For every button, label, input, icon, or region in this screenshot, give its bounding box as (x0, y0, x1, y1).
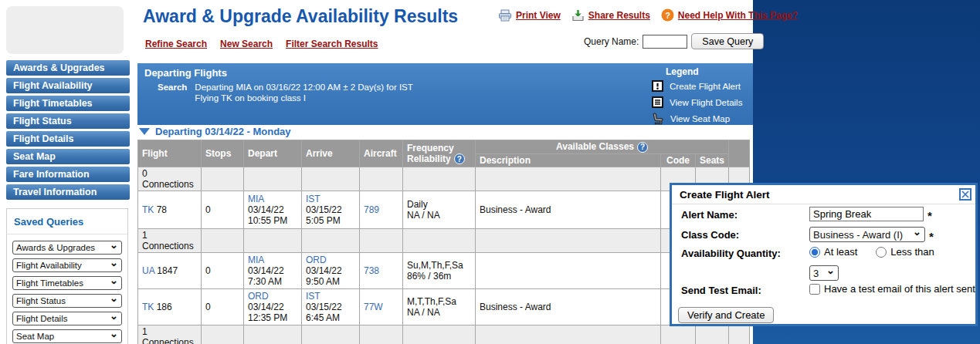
need-help-action[interactable]: ? Need Help With This Page? (661, 8, 798, 22)
sidebar-item-awards-upgrades[interactable]: Awards & Upgrades (6, 60, 130, 76)
col-header-seats: Seats (696, 153, 729, 167)
depart-time: 7:30 AM (248, 276, 282, 287)
saved-query-select-flight-availability[interactable]: Flight Availability (12, 258, 122, 272)
col-header-available-classes: Available Classes? (476, 140, 729, 154)
connection-group-row: 0 Connections (138, 167, 750, 191)
less-than-radio[interactable] (876, 247, 887, 258)
saved-query-select-flight-status[interactable]: Flight Status (12, 294, 122, 308)
legend-view-flight-details[interactable]: View Flight Details (652, 96, 742, 108)
dialog-title-separator (672, 204, 975, 204)
required-marker: * (929, 230, 934, 243)
saved-query-select-flight-details[interactable]: Flight Details (12, 312, 122, 325)
print-view-label[interactable]: Print View (516, 10, 561, 21)
legend-view-seat-map[interactable]: View Seat Map (652, 113, 742, 125)
flight-number: 78 (157, 204, 167, 215)
send-test-email-checkbox[interactable] (809, 284, 820, 295)
refine-search-link[interactable]: Refine Search (145, 39, 207, 49)
legend-view-flight-details-label[interactable]: View Flight Details (670, 98, 742, 107)
depart-city-link[interactable]: MIA (248, 255, 264, 265)
frequency-header-line2: Reliability (407, 153, 451, 164)
saved-query-dropdown-wrap: Flight Availability (12, 258, 122, 272)
depart-cell: MIA03/14/227:30 AM (244, 252, 302, 288)
arrive-date: 03/15/22 (306, 302, 342, 312)
sidebar-item-flight-timetables[interactable]: Flight Timetables (6, 96, 130, 111)
verify-and-create-button[interactable]: Verify and Create (678, 307, 774, 323)
aircraft-link[interactable]: 738 (364, 265, 379, 276)
sidebar-item-flight-availability[interactable]: Flight Availability (6, 78, 130, 93)
close-icon[interactable] (959, 188, 972, 201)
aircraft-cell: 789 (360, 191, 403, 228)
sidebar-item-travel-information[interactable]: Travel Information (6, 184, 130, 200)
depart-city-link[interactable]: ORD (248, 291, 269, 302)
legend-create-flight-alert-label[interactable]: Create Flight Alert (670, 82, 741, 91)
aircraft-link[interactable]: 789 (364, 204, 379, 215)
available-classes-help-icon[interactable]: ? (637, 142, 648, 153)
search-criteria-line1: Departing MIA on 03/16/22 12:00 AM ± 2 D… (195, 83, 412, 92)
filter-search-results-link[interactable]: Filter Search Results (286, 39, 378, 49)
saved-query-select-flight-timetables[interactable]: Flight Timetables (12, 276, 122, 290)
frequency-help-icon[interactable]: ? (454, 153, 465, 164)
save-query-button[interactable]: Save Query (691, 33, 764, 49)
create-flight-alert-dialog: Create Flight Alert Alert Name: * Class … (670, 183, 978, 326)
quantity-select[interactable]: 3 (809, 265, 839, 281)
saved-query-select-seat-map[interactable]: Seat Map (12, 329, 122, 343)
sidebar-item-flight-details[interactable]: Flight Details (6, 131, 130, 147)
availability-quantity-label: Availability Quantity: (681, 248, 781, 259)
search-criteria-label: Search (158, 82, 187, 103)
depart-date: 03/14/22 (248, 265, 284, 276)
share-results-action[interactable]: Share Results (571, 9, 650, 22)
search-links: Refine Search New Search Filter Search R… (145, 39, 378, 49)
sidebar-item-flight-status[interactable]: Flight Status (6, 113, 130, 129)
carrier-link[interactable]: TK (142, 302, 154, 312)
aircraft-link[interactable]: 77W (364, 302, 383, 312)
col-header-stops: Stops (202, 140, 244, 167)
logo-placeholder (6, 6, 124, 54)
at-least-label: At least (824, 246, 857, 258)
saved-query-select-awards-upgrades[interactable]: Awards & Upgrades (12, 241, 122, 255)
search-criteria-line2: Flying TK on booking class I (195, 93, 306, 103)
alert-name-input[interactable] (809, 207, 924, 221)
flight-cell: UA 1847 (138, 252, 202, 288)
new-search-link[interactable]: New Search (220, 39, 273, 49)
depart-time: 12:35 PM (248, 312, 287, 323)
carrier-link[interactable]: UA (142, 265, 154, 276)
at-least-radio[interactable] (809, 247, 820, 258)
legend-title: Legend (666, 66, 742, 77)
depart-time: 10:55 PM (248, 215, 287, 226)
reliability-value: 86% / 36m (407, 271, 451, 282)
description-cell (476, 252, 661, 288)
legend-view-seat-map-label[interactable]: View Seat Map (670, 114, 730, 123)
arrive-city-link[interactable]: IST (306, 194, 320, 204)
query-name-input[interactable] (643, 35, 687, 49)
frequency-days: M,T,Th,F,Sa (407, 296, 456, 307)
sidebar-item-seat-map[interactable]: Seat Map (6, 149, 130, 164)
share-results-label[interactable]: Share Results (588, 10, 650, 21)
col-header-code: Code (661, 153, 696, 167)
frequency-cell: Su,M,Th,F,Sa86% / 36m (403, 252, 476, 288)
arrive-cell: IST03/15/226:45 AM (302, 288, 360, 325)
flight-row-ua-1847: UA 1847 0 MIA03/14/227:30 AM ORD03/14/22… (138, 252, 750, 288)
day-group-header[interactable]: Departing 03/14/22 - Monday (139, 126, 291, 137)
arrive-city-link[interactable]: IST (306, 291, 320, 302)
reliability-value: NA / NA (407, 210, 440, 221)
description-cell: Business - Award (476, 191, 661, 228)
connection-group-label: 1 Connections (138, 325, 202, 344)
frequency-days: Daily (407, 199, 428, 210)
class-code-select[interactable]: Business - Award (I) (809, 227, 925, 242)
depart-city-link[interactable]: MIA (248, 194, 264, 204)
arrive-city-link[interactable]: ORD (306, 255, 327, 265)
page-title: Award & Upgrade Availability Results (143, 6, 458, 27)
print-view-action[interactable]: Print View (498, 9, 561, 22)
need-help-label[interactable]: Need Help With This Page? (678, 10, 798, 21)
flight-results-table: Flight Stops Depart Arrive Aircraft Freq… (137, 140, 750, 344)
collapse-triangle-icon[interactable] (139, 128, 150, 135)
legend-create-flight-alert[interactable]: Create Flight Alert (652, 80, 742, 92)
frequency-days: Su,M,Th,F,Sa (407, 260, 463, 271)
sidebar-nav: Awards & Upgrades Flight Availability Fl… (6, 60, 130, 202)
help-icon: ? (661, 8, 674, 22)
top-action-links: Print View Share Results ? Need Help Wit… (498, 8, 798, 22)
sidebar-item-fare-information[interactable]: Fare Information (6, 167, 130, 182)
aircraft-cell: 77W (360, 288, 403, 325)
carrier-link[interactable]: TK (142, 204, 154, 215)
query-name-row: Query Name: Save Query (584, 33, 764, 49)
